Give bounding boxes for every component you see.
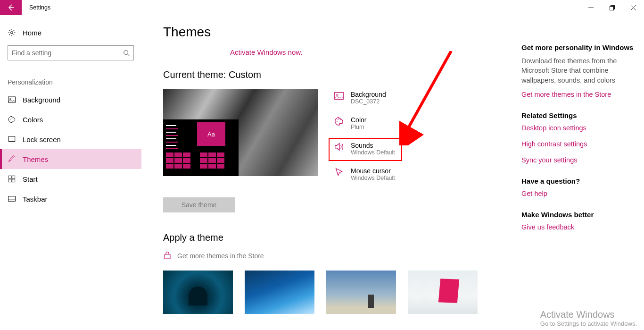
nav-taskbar[interactable]: Taskbar — [0, 189, 141, 209]
svg-point-12 — [13, 118, 14, 118]
svg-point-23 — [337, 121, 338, 122]
app-title: Settings — [22, 0, 50, 15]
theme-settings: BackgroundDSC_0372 ColorPlum SoundsWindo… — [331, 89, 405, 183]
annotation-arrow-icon — [399, 51, 456, 145]
home-label: Home — [23, 29, 41, 37]
theme-option-1[interactable] — [163, 271, 233, 314]
svg-rect-15 — [8, 176, 11, 178]
theme-cursor[interactable]: Mouse cursorWindows Default — [331, 165, 405, 183]
theme-background[interactable]: BackgroundDSC_0372 — [331, 89, 405, 107]
nav-label: Taskbar — [23, 195, 48, 203]
rc-heading: Related Settings — [521, 111, 635, 119]
svg-rect-21 — [335, 93, 343, 100]
sidebar: Home Find a setting Personalization Back… — [0, 15, 141, 330]
nav-label: Background — [23, 96, 60, 104]
setting-title: Mouse cursor — [351, 167, 395, 175]
theme-thumbnails — [163, 271, 517, 314]
svg-point-22 — [337, 94, 339, 96]
current-theme-heading: Current theme: Custom — [163, 69, 517, 80]
svg-point-9 — [10, 98, 11, 100]
search-input[interactable]: Find a setting — [8, 45, 134, 60]
watermark-title: Activate Windows — [540, 309, 637, 320]
activate-windows-link[interactable]: Activate Windows now. — [163, 48, 517, 56]
home-button[interactable]: Home — [0, 25, 141, 41]
svg-point-6 — [124, 51, 128, 55]
nav-label: Lock screen — [23, 135, 61, 144]
arrow-left-icon — [7, 4, 15, 11]
maximize-button[interactable] — [602, 0, 623, 15]
svg-rect-19 — [8, 196, 16, 202]
theme-option-2[interactable] — [245, 271, 314, 314]
nav-themes[interactable]: Themes — [0, 149, 141, 169]
nav-label: Themes — [23, 155, 48, 163]
setting-sub: Windows Default — [351, 175, 395, 181]
desktop-icon-settings-link[interactable]: Desktop icon settings — [521, 124, 635, 132]
start-icon — [8, 175, 16, 183]
nav-label: Colors — [23, 116, 43, 124]
taskbar-icon — [8, 195, 16, 203]
high-contrast-link[interactable]: High contrast settings — [521, 140, 635, 148]
svg-point-10 — [10, 119, 11, 120]
picture-icon — [334, 91, 344, 101]
svg-point-24 — [338, 119, 339, 120]
svg-point-11 — [11, 118, 12, 118]
svg-line-26 — [406, 51, 451, 131]
window-controls — [580, 0, 644, 15]
svg-point-5 — [11, 32, 13, 34]
svg-rect-16 — [12, 176, 15, 178]
setting-sub: Plum — [351, 124, 366, 130]
brush-icon — [8, 155, 16, 163]
palette-icon — [334, 116, 344, 127]
theme-option-4[interactable] — [408, 271, 478, 314]
palette-icon — [8, 115, 16, 124]
nav-background[interactable]: Background — [0, 90, 141, 110]
apply-theme-heading: Apply a theme — [163, 232, 517, 243]
svg-rect-2 — [610, 6, 614, 10]
rc-heading: Make Windows better — [521, 211, 635, 219]
cursor-icon — [334, 167, 344, 178]
theme-preview: Aa — [163, 89, 318, 176]
rc-heading: Have a question? — [521, 177, 635, 185]
store-link[interactable]: Get more themes in the Store — [163, 252, 517, 260]
setting-sub: DSC_0372 — [351, 98, 386, 105]
get-themes-link[interactable]: Get more themes in the Store — [521, 91, 635, 98]
theme-color[interactable]: ColorPlum — [331, 114, 405, 132]
search-placeholder: Find a setting — [12, 49, 51, 57]
nav-start[interactable]: Start — [0, 169, 141, 189]
preview-tile-text: Aa — [197, 122, 225, 146]
svg-rect-8 — [8, 97, 16, 102]
rc-text: Download free themes from the Microsoft … — [521, 56, 635, 85]
picture-icon — [8, 95, 16, 104]
store-link-label: Get more themes in the Store — [177, 252, 264, 260]
page-title: Themes — [163, 25, 517, 40]
minimize-button[interactable] — [580, 0, 602, 15]
feedback-link[interactable]: Give us feedback — [521, 223, 635, 231]
sidebar-section: Personalization — [0, 65, 141, 90]
get-help-link[interactable]: Get help — [521, 190, 635, 197]
title-bar: Settings — [0, 0, 644, 15]
rc-heading: Get more personality in Windows — [521, 43, 635, 51]
setting-title: Color — [351, 116, 366, 124]
watermark-sub: Go to Settings to activate Windows. — [540, 320, 637, 327]
back-button[interactable] — [0, 0, 22, 15]
svg-rect-13 — [8, 136, 15, 142]
search-icon — [123, 50, 130, 56]
right-panel: Get more personality in Windows Download… — [517, 15, 644, 330]
nav-colors[interactable]: Colors — [0, 110, 141, 129]
activation-watermark: Activate Windows Go to Settings to activ… — [540, 309, 637, 327]
nav-label: Start — [23, 175, 38, 183]
close-button[interactable] — [623, 0, 644, 15]
sync-settings-link[interactable]: Sync your settings — [521, 156, 635, 164]
lockscreen-icon — [8, 135, 16, 144]
annotation-highlight — [329, 138, 402, 161]
gear-icon — [8, 28, 16, 37]
setting-title: Background — [351, 91, 386, 98]
svg-rect-17 — [8, 179, 11, 182]
theme-option-3[interactable] — [326, 271, 396, 314]
nav-lockscreen[interactable]: Lock screen — [0, 129, 141, 149]
svg-line-7 — [128, 54, 130, 56]
main-panel: Themes Activate Windows now. Current the… — [141, 15, 517, 330]
svg-point-25 — [340, 119, 341, 120]
save-theme-button[interactable]: Save theme — [163, 197, 235, 212]
svg-rect-18 — [12, 179, 15, 182]
